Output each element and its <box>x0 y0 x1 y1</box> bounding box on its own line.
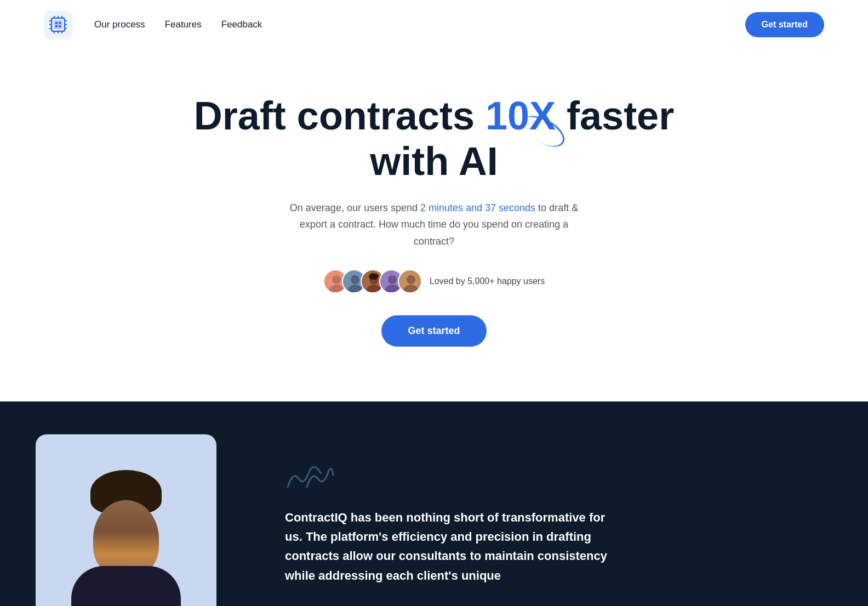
nav-get-started-button[interactable]: Get started <box>745 12 824 37</box>
person-card <box>36 434 216 606</box>
svg-rect-16 <box>59 22 61 24</box>
quote-decoration <box>285 460 824 495</box>
testimonial-content: ContractIQ has been nothing short of tra… <box>252 401 868 606</box>
person-body <box>71 566 181 606</box>
svg-rect-18 <box>59 25 61 27</box>
svg-rect-15 <box>55 22 58 24</box>
hero-title-part3: with AI <box>370 139 498 183</box>
social-proof-text: Loved by 5,000+ happy users <box>430 276 545 286</box>
hero-subtitle-part1: On average, our users spend <box>290 202 420 213</box>
testimonial-image-wrapper <box>0 401 252 606</box>
avatars-group <box>323 269 422 293</box>
nav-item-feedback[interactable]: Feedback <box>221 19 262 30</box>
testimonial-section: ContractIQ has been nothing short of tra… <box>0 401 868 606</box>
nav-item-our-process[interactable]: Our process <box>94 19 145 30</box>
person-head <box>93 500 159 577</box>
hero-title: Draft contracts 10X faster with AI <box>194 93 674 184</box>
hero-time-highlight: 2 minutes and 37 seconds <box>420 202 535 213</box>
hero-subtitle: On average, our users spend 2 minutes an… <box>281 200 587 250</box>
svg-point-20 <box>332 275 341 284</box>
hero-get-started-button[interactable]: Get started <box>381 315 486 347</box>
navigation: Our process Features Feedback Get starte… <box>0 0 868 49</box>
social-proof: Loved by 5,000+ happy users <box>323 269 545 293</box>
logo[interactable] <box>44 10 72 39</box>
logo-icon <box>44 10 72 39</box>
svg-point-23 <box>351 275 359 284</box>
avatar-5 <box>398 269 422 293</box>
nav-links: Our process Features Feedback <box>94 19 262 30</box>
hero-title-part1: Draft contracts <box>194 94 486 138</box>
hero-title-part2: faster <box>556 94 674 138</box>
nav-left: Our process Features Feedback <box>44 10 262 39</box>
svg-rect-17 <box>55 25 58 27</box>
svg-point-28 <box>369 273 379 280</box>
hero-title-highlight: 10X <box>486 93 556 139</box>
testimonial-text: ContractIQ has been nothing short of tra… <box>285 508 614 585</box>
svg-rect-2 <box>54 20 62 29</box>
hero-section: Draft contracts 10X faster with AI On av… <box>0 49 868 401</box>
nav-item-features[interactable]: Features <box>165 19 202 30</box>
svg-point-30 <box>388 275 397 284</box>
person-silhouette <box>36 434 216 606</box>
svg-point-33 <box>407 275 415 284</box>
